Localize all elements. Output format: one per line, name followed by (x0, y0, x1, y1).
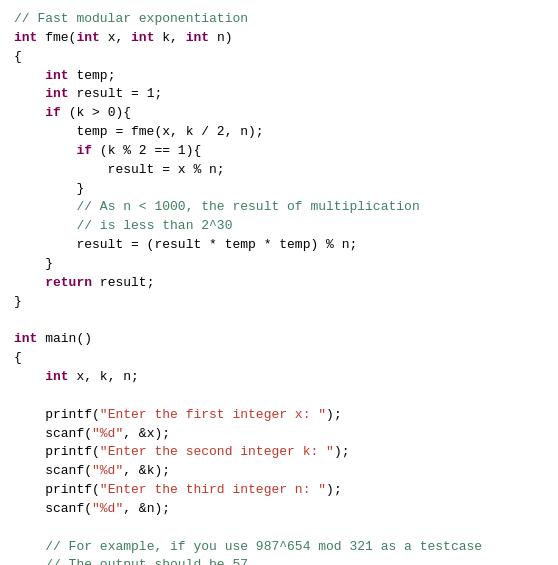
code-line: // is less than 2^30 (14, 217, 544, 236)
plain-token (14, 274, 45, 293)
string-token: "%d" (92, 462, 123, 481)
code-line: } (14, 293, 544, 312)
plain-token (14, 556, 45, 565)
plain-token: scanf( (14, 500, 92, 519)
code-line: // As n < 1000, the result of multiplica… (14, 198, 544, 217)
plain-token: result = (result * temp * temp) % n; (14, 236, 357, 255)
plain-token (14, 538, 45, 557)
plain-token: ); (334, 443, 350, 462)
plain-token (14, 85, 45, 104)
plain-token: } (14, 180, 84, 199)
code-content: // Fast modular exponentiationint fme(in… (14, 10, 544, 565)
plain-token: fme( (37, 29, 76, 48)
plain-token: { (14, 48, 22, 67)
plain-token: scanf( (14, 462, 92, 481)
plain-token (14, 142, 76, 161)
code-line: result = (result * temp * temp) % n; (14, 236, 544, 255)
plain-token: temp = fme(x, k / 2, n); (14, 123, 264, 142)
code-line: int temp; (14, 67, 544, 86)
keyword-token: int (186, 29, 209, 48)
comment-token: // For example, if you use 987^654 mod 3… (45, 538, 482, 557)
code-line: scanf("%d", &k); (14, 462, 544, 481)
code-line: // Fast modular exponentiation (14, 10, 544, 29)
code-line: temp = fme(x, k / 2, n); (14, 123, 544, 142)
string-token: "Enter the third integer n: " (100, 481, 326, 500)
plain-token (14, 104, 45, 123)
plain-token (14, 217, 76, 236)
plain-token: printf( (14, 406, 100, 425)
code-line: if (k % 2 == 1){ (14, 142, 544, 161)
plain-token: x, k, n; (69, 368, 139, 387)
code-line: result = x % n; (14, 161, 544, 180)
code-line: printf("Enter the third integer n: "); (14, 481, 544, 500)
code-line: int main() (14, 330, 544, 349)
code-line: return result; (14, 274, 544, 293)
comment-token: // The output should be 57 (45, 556, 248, 565)
plain-token: } (14, 293, 22, 312)
code-line (14, 312, 544, 331)
comment-token: // is less than 2^30 (76, 217, 232, 236)
code-line: scanf("%d", &n); (14, 500, 544, 519)
plain-token: n) (209, 29, 232, 48)
plain-token: , &x); (123, 425, 170, 444)
code-line: { (14, 48, 544, 67)
plain-token: k, (154, 29, 185, 48)
plain-token (14, 67, 45, 86)
plain-token: scanf( (14, 425, 92, 444)
keyword-token: int (45, 85, 68, 104)
keyword-token: int (45, 368, 68, 387)
keyword-token: if (76, 142, 92, 161)
code-line: int fme(int x, int k, int n) (14, 29, 544, 48)
plain-token: main() (37, 330, 92, 349)
plain-token: } (14, 255, 53, 274)
code-line (14, 387, 544, 406)
plain-token (14, 368, 45, 387)
keyword-token: int (45, 67, 68, 86)
plain-token: temp; (69, 67, 116, 86)
string-token: "Enter the second integer k: " (100, 443, 334, 462)
plain-token: { (14, 349, 22, 368)
plain-token: , &n); (123, 500, 170, 519)
plain-token: ); (326, 406, 342, 425)
plain-token: x, (100, 29, 131, 48)
code-line: int result = 1; (14, 85, 544, 104)
code-line: int x, k, n; (14, 368, 544, 387)
plain-token: result = x % n; (14, 161, 225, 180)
plain-token: result; (92, 274, 154, 293)
code-line: scanf("%d", &x); (14, 425, 544, 444)
code-line: { (14, 349, 544, 368)
comment-token: // As n < 1000, the result of multiplica… (76, 198, 419, 217)
keyword-token: if (45, 104, 61, 123)
code-line: printf("Enter the first integer x: "); (14, 406, 544, 425)
plain-token: ); (326, 481, 342, 500)
keyword-token: return (45, 274, 92, 293)
string-token: "Enter the first integer x: " (100, 406, 326, 425)
plain-token: printf( (14, 481, 100, 500)
code-line: printf("Enter the second integer k: "); (14, 443, 544, 462)
code-line: } (14, 255, 544, 274)
string-token: "%d" (92, 500, 123, 519)
plain-token: (k % 2 == 1){ (92, 142, 201, 161)
keyword-token: int (131, 29, 154, 48)
comment-token: // Fast modular exponentiation (14, 10, 248, 29)
string-token: "%d" (92, 425, 123, 444)
code-line: } (14, 180, 544, 199)
plain-token: printf( (14, 443, 100, 462)
plain-token: (k > 0){ (61, 104, 131, 123)
code-line: if (k > 0){ (14, 104, 544, 123)
code-line (14, 519, 544, 538)
code-line: // For example, if you use 987^654 mod 3… (14, 538, 544, 557)
code-line: // The output should be 57 (14, 556, 544, 565)
plain-token (14, 198, 76, 217)
keyword-token: int (14, 330, 37, 349)
code-editor: // Fast modular exponentiationint fme(in… (0, 0, 558, 565)
keyword-token: int (14, 29, 37, 48)
keyword-token: int (76, 29, 99, 48)
plain-token: , &k); (123, 462, 170, 481)
plain-token: result = 1; (69, 85, 163, 104)
